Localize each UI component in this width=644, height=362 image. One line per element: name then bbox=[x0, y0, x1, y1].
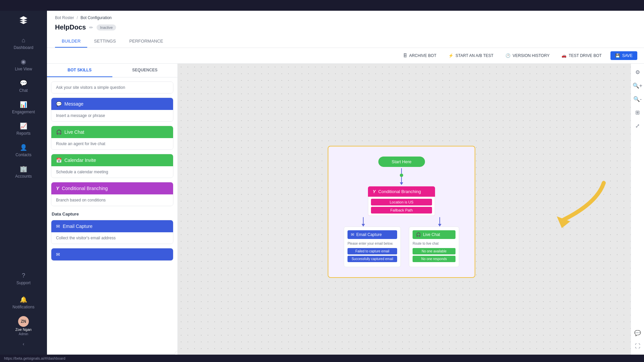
test-drive-button[interactable]: 🚗 TEST DRIVE BOT bbox=[558, 51, 605, 60]
skill-card-extra[interactable]: ✉ bbox=[51, 248, 173, 261]
skills-tab-bar: BOT SKILLS SEQUENCES bbox=[47, 64, 177, 77]
logo[interactable] bbox=[17, 14, 30, 26]
start-ab-test-button[interactable]: ⚡ START AN A/B TEST bbox=[445, 51, 497, 60]
email-node-icon: ✉ bbox=[351, 232, 354, 237]
breadcrumb-parent[interactable]: Bot Roster bbox=[55, 15, 74, 20]
save-button[interactable]: 💾 SAVE bbox=[610, 51, 637, 60]
breadcrumb-separator: / bbox=[77, 15, 78, 20]
sidebar-item-label: Support bbox=[16, 281, 31, 285]
sidebar-item-support[interactable]: ? Support bbox=[0, 268, 47, 289]
sidebar-collapse-btn[interactable]: ‹ bbox=[20, 339, 27, 349]
arrow-annotation bbox=[543, 176, 610, 231]
flow-location-option[interactable]: Location is US bbox=[371, 199, 432, 205]
livechat-desc: Route an agent for live chat bbox=[51, 138, 173, 149]
tool-settings[interactable]: ⚙ bbox=[633, 67, 643, 77]
toolbar: 🗄 ARCHIVE BOT ⚡ START AN A/B TEST 🕐 VERS… bbox=[47, 48, 644, 64]
skill-card-message[interactable]: 💬 Message Insert a message or phrase bbox=[51, 98, 173, 122]
user-profile[interactable]: ZN Zoe Ngan Admin bbox=[15, 316, 32, 336]
tab-performance[interactable]: PERFORMANCE bbox=[122, 35, 170, 48]
test-icon: 🚗 bbox=[561, 53, 567, 58]
sidebar: ⌂ Dashboard ◉ Live View 💬 Chat 📊 Engagem… bbox=[0, 11, 47, 355]
sidebar-item-accounts[interactable]: 🏢 Accounts bbox=[0, 161, 47, 183]
live-chat-opt-1[interactable]: No one available bbox=[413, 248, 455, 254]
sidebar-item-label: Reports bbox=[16, 131, 31, 136]
skill-card-livechat[interactable]: 🎧 Live Chat Route an agent for live chat bbox=[51, 126, 173, 150]
email-opt-1[interactable]: Failed to capture email bbox=[347, 248, 397, 254]
right-connector bbox=[439, 217, 440, 224]
tool-fullscreen[interactable]: ⛶ bbox=[633, 341, 643, 351]
version-history-button[interactable]: 🕐 VERSION HISTORY bbox=[502, 51, 553, 60]
start-label: Start Here bbox=[392, 159, 412, 164]
flow-fallback-option[interactable]: Fallback Path bbox=[371, 207, 432, 214]
sidebar-item-notifications[interactable]: 🔔 Notifications bbox=[0, 292, 47, 313]
tool-zoom-out[interactable]: 🔍- bbox=[633, 94, 643, 104]
engagement-icon: 📊 bbox=[20, 101, 27, 108]
conditional-icon: Y bbox=[56, 186, 59, 191]
tool-expand[interactable]: ⤢ bbox=[633, 121, 643, 131]
accounts-icon: 🏢 bbox=[20, 165, 27, 173]
flow-diagram: Start Here Y bbox=[328, 146, 475, 278]
sidebar-item-dashboard[interactable]: ⌂ Dashboard bbox=[0, 33, 47, 54]
live-chat-node-label: Live Chat bbox=[423, 232, 440, 237]
tab-sequences[interactable]: SEQUENCES bbox=[112, 64, 178, 77]
edit-icon[interactable]: ✏ bbox=[89, 25, 93, 30]
tab-builder[interactable]: BUILDER bbox=[55, 35, 87, 48]
email-node-label: Email Capture bbox=[356, 232, 382, 237]
ab-test-label: START AN A/B TEST bbox=[455, 53, 493, 58]
skill-card-email-capture[interactable]: ✉ Email Capture Collect the visitor's em… bbox=[51, 220, 173, 244]
connector-line-1 bbox=[401, 168, 402, 174]
reports-icon: 📈 bbox=[20, 122, 27, 130]
tab-bot-skills[interactable]: BOT SKILLS bbox=[47, 64, 112, 77]
conditional-header: Y Conditional Branching bbox=[51, 182, 173, 194]
arrow-head-1 bbox=[400, 182, 403, 185]
sidebar-item-reports[interactable]: 📈 Reports bbox=[0, 118, 47, 140]
tool-grid[interactable]: ⊞ bbox=[633, 107, 643, 117]
content-area: Bot Roster / Bot Configuration HelpDocs … bbox=[47, 11, 644, 355]
contacts-icon: 👤 bbox=[20, 144, 27, 151]
page-title: HelpDocs bbox=[55, 23, 86, 31]
breadcrumb-current: Bot Configuration bbox=[80, 15, 112, 20]
livechat-label: Live Chat bbox=[64, 129, 84, 135]
live-chat-node-header: 🎧 Live Chat bbox=[413, 230, 455, 239]
tool-chat-bubble[interactable]: 💬 bbox=[633, 328, 643, 338]
chat-icon: 💬 bbox=[20, 79, 27, 87]
skill-card-calendar[interactable]: 📅 Calendar Invite Schedule a calendar me… bbox=[51, 154, 173, 178]
email-opt-2[interactable]: Successfully captured email bbox=[347, 256, 397, 262]
status-bar: https://beta.getsignals.ai/#/dashboard bbox=[0, 355, 644, 362]
canvas-area[interactable]: Start Here Y bbox=[178, 64, 644, 355]
extra-header: ✉ bbox=[51, 248, 173, 260]
email-capture-label: Email Capture bbox=[63, 224, 93, 229]
live-chat-opt-2[interactable]: No one responds bbox=[413, 256, 455, 262]
test-drive-label: TEST DRIVE BOT bbox=[569, 53, 601, 58]
notifications-icon: 🔔 bbox=[20, 296, 27, 303]
tool-zoom-in[interactable]: 🔍+ bbox=[633, 80, 643, 90]
sidebar-item-label: Engagement bbox=[12, 110, 35, 114]
sidebar-item-label: Dashboard bbox=[14, 45, 34, 50]
support-icon: ? bbox=[22, 272, 25, 279]
ab-test-icon: ⚡ bbox=[448, 53, 453, 58]
status-badge: Inactive bbox=[97, 24, 116, 31]
sidebar-item-chat[interactable]: 💬 Chat bbox=[0, 75, 47, 97]
sidebar-item-contacts[interactable]: 👤 Contacts bbox=[0, 140, 47, 161]
calendar-icon: 📅 bbox=[56, 158, 62, 163]
status-url: https://beta.getsignals.ai/#/dashboard bbox=[4, 356, 65, 360]
flow-email-capture-node[interactable]: ✉ Email Capture Please enter your email … bbox=[344, 227, 401, 267]
flow-start-node[interactable]: Start Here bbox=[378, 157, 425, 167]
skill-card-conditional[interactable]: Y Conditional Branching Branch based on … bbox=[51, 182, 173, 206]
archive-label: ARCHIVE BOT bbox=[409, 53, 436, 58]
flow-live-chat-node[interactable]: 🎧 Live Chat Route to live chat No one av… bbox=[409, 227, 459, 267]
message-label: Message bbox=[64, 101, 84, 107]
email-capture-desc: Collect the visitor's email address bbox=[51, 232, 173, 244]
calendar-header: 📅 Calendar Invite bbox=[51, 154, 173, 166]
conditional-label: Conditional Branching bbox=[62, 186, 108, 191]
right-arrow-head bbox=[438, 224, 441, 227]
conditional-desc: Branch based on conditions bbox=[51, 194, 173, 206]
sidebar-item-engagement[interactable]: 📊 Engagement bbox=[0, 97, 47, 118]
branch-icon-flow: Y bbox=[373, 189, 376, 194]
skill-card-question[interactable]: Ask your site visitors a simple question bbox=[51, 81, 173, 94]
tab-bar: BUILDER SETTINGS PERFORMANCE bbox=[55, 35, 636, 48]
email-capture-header: ✉ Email Capture bbox=[51, 220, 173, 232]
tab-settings[interactable]: SETTINGS bbox=[87, 35, 122, 48]
archive-bot-button[interactable]: 🗄 ARCHIVE BOT bbox=[400, 51, 440, 60]
sidebar-item-liveview[interactable]: ◉ Live View bbox=[0, 54, 47, 75]
